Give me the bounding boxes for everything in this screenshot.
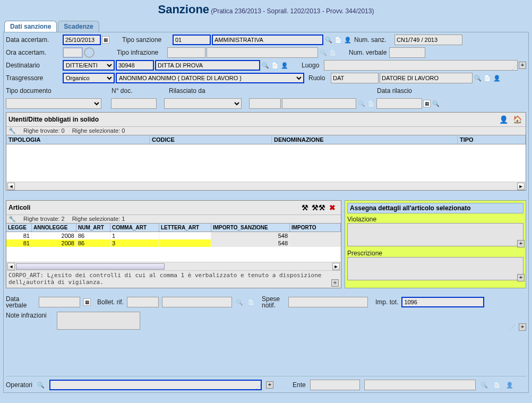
scroll-thumb[interactable] — [16, 263, 165, 270]
solido-scrollbar[interactable]: ◄ ► — [6, 182, 526, 190]
expand-button[interactable]: + — [517, 274, 525, 281]
select-trasgressore-type[interactable]: Organico — [63, 73, 115, 83]
label-ora-accertam: Ora accertam. — [6, 49, 62, 56]
expand-button: + — [266, 381, 273, 389]
dettagli-title: Assegna dettagli all'articolo selezionat… — [347, 203, 524, 213]
table-row[interactable]: 81 2008 86 1 548 — [6, 232, 341, 239]
expand-button[interactable]: + — [519, 323, 526, 331]
input-ruolo-desc[interactable] — [380, 73, 473, 83]
label-note-infrazioni: Note infrazioni — [6, 312, 54, 319]
binoculars-icon-disabled: 🔍 — [319, 48, 328, 57]
binoculars-icon[interactable]: 🔍 — [357, 99, 366, 108]
person-icon[interactable]: 👤 — [344, 36, 352, 44]
hammers-icon[interactable]: ⚒⚒ — [312, 202, 325, 213]
table-row-selected[interactable]: 81 2008 86 3 548 — [6, 239, 341, 247]
label-data-rilascio: Data rilascio — [377, 87, 412, 95]
input-operatori[interactable] — [49, 380, 262, 390]
label-tipo-infrazione: Tipo infrazione — [117, 49, 166, 56]
person-icon[interactable]: 👤 — [493, 74, 501, 82]
scroll-right-icon[interactable]: ► — [332, 263, 340, 270]
label-data-accertam: Data accertam. — [6, 36, 62, 44]
scroll-left-icon[interactable]: ◄ — [7, 263, 15, 270]
clock-icon[interactable] — [84, 47, 95, 58]
input-destinatario-desc[interactable] — [155, 60, 260, 71]
input-ruolo-code[interactable] — [331, 73, 379, 83]
input-luogo[interactable] — [324, 60, 518, 71]
scroll-right-icon[interactable]: ► — [517, 183, 525, 190]
person-icon[interactable]: 👤 — [280, 61, 289, 70]
document-icon[interactable]: 📄 — [367, 99, 375, 108]
articoli-scrollbar[interactable]: ◄ ► — [6, 262, 341, 270]
wrench-icon[interactable]: 🔧 — [8, 127, 16, 134]
binoculars-icon[interactable]: 🔍 — [37, 381, 45, 389]
articoli-grid-header: LEGGE ANNOLEGGE NUM_ART COMMA_ART LETTER… — [6, 223, 341, 232]
building-icon[interactable]: 🏠 — [511, 114, 524, 125]
document-icon[interactable]: 📄 — [334, 36, 342, 44]
calendar-icon[interactable]: ▦ — [423, 100, 431, 107]
person-icon[interactable]: 👤 — [505, 381, 514, 389]
label-spese-notif: Spesenotif. — [262, 296, 285, 308]
document-icon[interactable]: 📄 — [483, 74, 492, 82]
input-bollet-rif-2[interactable] — [162, 297, 232, 307]
textarea-violazione[interactable] — [347, 223, 524, 246]
scroll-left-icon[interactable]: ◄ — [7, 183, 15, 190]
input-destinatario-code[interactable] — [116, 60, 154, 71]
solido-grid-body[interactable] — [6, 144, 526, 182]
input-ora-accertam[interactable] — [63, 47, 83, 58]
calendar-icon[interactable]: ▦ — [83, 298, 91, 306]
input-tipo-infrazione-desc[interactable] — [207, 47, 318, 58]
expand-button[interactable]: + — [519, 62, 526, 69]
input-data-rilascio[interactable] — [376, 98, 422, 109]
binoculars-icon[interactable]: 🔍 — [474, 74, 482, 82]
label-violazione: Violazione — [347, 216, 524, 223]
binoculars-icon[interactable]: 🔍 — [261, 61, 270, 70]
select-destinatario-type[interactable]: DITTE/ENTI — [63, 60, 115, 71]
input-imp-tot[interactable] — [401, 297, 484, 307]
expand-button[interactable]: + — [331, 279, 339, 287]
input-num-verbale[interactable] — [389, 47, 425, 58]
input-num-sanz[interactable] — [394, 35, 462, 45]
input-tipo-sanzione-code[interactable] — [173, 35, 211, 45]
binoculars-icon[interactable]: 🔍 — [480, 381, 488, 389]
input-data-accertam[interactable] — [63, 35, 101, 45]
dettagli-panel: Assegna dettagli all'articolo selezionat… — [345, 200, 526, 288]
document-icon[interactable]: 📄 — [247, 298, 255, 306]
select-tipo-documento[interactable] — [6, 98, 101, 109]
binoculars-icon[interactable]: 🔍 — [324, 36, 333, 44]
label-ente: Ente — [293, 381, 306, 389]
textarea-note-infrazioni[interactable] — [57, 312, 140, 330]
delete-icon[interactable]: ✖ — [326, 202, 339, 213]
input-data-verbale[interactable] — [39, 297, 80, 307]
title-sub: (Pratica 236/2013 - Soprall. 1202/2013 -… — [211, 7, 374, 15]
input-spese-notif[interactable] — [288, 297, 368, 307]
input-bollet-rif-1[interactable] — [127, 297, 159, 307]
wrench-icon[interactable]: 🔧 — [8, 216, 16, 222]
input-tipo-infrazione-code[interactable] — [167, 47, 205, 58]
input-rilasciato-da-2[interactable] — [282, 98, 356, 109]
tab-dati-sanzione[interactable]: Dati sanzione — [4, 21, 57, 32]
hammer-icon[interactable]: ⚒ — [298, 202, 311, 213]
input-ente-desc[interactable] — [364, 380, 476, 390]
binoculars-icon[interactable]: 🔍 — [235, 298, 244, 306]
articoli-title: Articoli — [8, 204, 30, 211]
textarea-prescrizione[interactable] — [347, 257, 524, 280]
select-trasgressore-desc[interactable]: ANONIMO ANONIMO { DATORE DI LAVORO } — [116, 73, 304, 83]
user-icon[interactable]: 👤 — [497, 114, 510, 125]
label-bollet-rif: Bollet. rif. — [97, 298, 124, 306]
tab-scadenze[interactable]: Scadenze — [58, 21, 99, 32]
articoli-grid-body[interactable]: 81 2008 86 1 548 81 2008 86 3 548 — [6, 232, 341, 262]
title-main: Sanzione — [158, 3, 210, 16]
label-tipo-documento: Tipo documento — [6, 87, 62, 95]
label-num-verbale: Num. verbale — [349, 49, 388, 56]
input-n-doc[interactable] — [111, 98, 157, 109]
document-icon[interactable]: 📄 — [493, 381, 501, 389]
expand-button[interactable]: + — [517, 240, 525, 247]
select-rilasciato-da[interactable] — [164, 98, 242, 109]
input-tipo-sanzione-desc[interactable] — [212, 35, 323, 45]
label-operatori: Operatori — [6, 381, 32, 389]
document-icon[interactable]: 📄 — [271, 61, 279, 70]
input-rilasciato-da-1[interactable] — [249, 98, 281, 109]
calendar-icon[interactable]: ▦ — [102, 36, 109, 44]
preview-icon[interactable]: 🔍 — [432, 99, 440, 108]
input-ente-code[interactable] — [310, 380, 360, 390]
